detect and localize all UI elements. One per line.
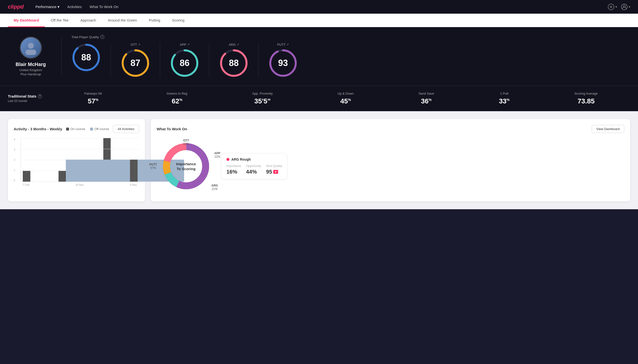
stat-greens-in-reg: Greens In Reg 62%: [167, 92, 187, 105]
arg-opportunity-label: Opportunity: [246, 164, 261, 168]
wtwo-title: What To Work On: [157, 127, 592, 131]
player-name: Blair McHarg: [16, 62, 46, 67]
svg-point-4: [623, 5, 625, 7]
donut-center: Importance To Scoring: [176, 162, 196, 171]
scores-grid: 88 OTT ↗ 87 AP: [72, 43, 630, 78]
scores-section: Total Player Quality ? 88 OTT ↗: [62, 35, 630, 78]
avatar-image: [21, 38, 41, 58]
stat-fairways-hit: Fairways Hit 57%: [84, 92, 102, 105]
ring-ott: 87: [121, 48, 150, 78]
arg-shot-quality: Shot Quality 95 ▼: [266, 164, 282, 175]
stat-sand-save-label: Sand Save: [418, 92, 434, 95]
nav-what-to-work-on[interactable]: What To Work On: [90, 5, 118, 9]
ring-app: 86: [170, 48, 199, 78]
stat-scoring-avg: Scoring Average 73.85: [574, 92, 598, 105]
tab-approach[interactable]: Approach: [74, 14, 102, 27]
app-arrow-icon: ↗: [187, 43, 189, 46]
score-putt: PUTT ↗ 93: [259, 43, 308, 78]
score-app: APP ↗ 86: [160, 43, 209, 78]
score-arg: ARG ↗ 88: [209, 43, 259, 78]
stat-app-proximity: App. Proximity 35'5": [252, 92, 273, 105]
y-label-2: 2: [14, 158, 15, 161]
arg-opportunity-value: 44%: [246, 169, 261, 175]
bottom-section: Activity - 3 Months - Weekly On course O…: [0, 111, 638, 209]
info-icon[interactable]: ?: [100, 35, 104, 39]
stat-greens-in-reg-label: Greens In Reg: [167, 92, 187, 95]
on-course-legend-dot: [66, 128, 69, 130]
stat-1-putt-value: 33%: [499, 97, 510, 105]
app-logo[interactable]: clippd: [8, 4, 24, 10]
stat-up-and-down-value: 45%: [340, 97, 351, 105]
y-label-1: 1: [14, 169, 15, 172]
arg-importance-label: Importance: [227, 164, 241, 168]
user-chevron: ▾: [629, 5, 630, 8]
wtwo-body: Importance To Scoring OTT 10% APP 12% AR…: [157, 137, 624, 196]
legend-off-course: Off course: [90, 127, 109, 131]
x-label-7feb: 7 Feb: [23, 183, 29, 186]
traditional-stats-section: Traditional Stats ? Last 20 rounds Fairw…: [0, 86, 638, 111]
stat-1-putt: 1 Putt 33%: [499, 92, 510, 105]
score-overall: 88: [72, 43, 111, 78]
arg-dot: [227, 158, 230, 161]
tab-off-the-tee[interactable]: Off the Tee: [45, 14, 74, 27]
arg-card-title: ARG Rough: [227, 158, 282, 161]
tab-my-dashboard[interactable]: My Dashboard: [8, 14, 45, 27]
chart-area: 4 3 2 1 0: [14, 138, 139, 187]
x-label-9may: 9 May: [130, 183, 137, 186]
stat-fairways-hit-value: 57%: [88, 97, 98, 105]
shot-quality-badge: ▼: [273, 170, 278, 174]
player-handicap: Plus Handicap: [21, 72, 41, 76]
arg-opportunity: Opportunity 44%: [246, 164, 261, 175]
ott-label: OTT ↗: [131, 43, 140, 46]
stat-scoring-avg-value: 73.85: [577, 97, 595, 105]
stat-up-and-down: Up & Down 45%: [338, 92, 354, 105]
score-ott-value: 87: [130, 58, 140, 68]
app-label: APP ↗: [180, 43, 189, 46]
stat-scoring-avg-label: Scoring Average: [574, 92, 598, 95]
activity-chart-card: Activity - 3 Months - Weekly On course O…: [8, 119, 145, 202]
ott-arrow-icon: ↗: [138, 43, 140, 46]
x-axis-labels: 7 Feb 28 Mar 9 May: [14, 182, 139, 186]
tab-bar: My Dashboard Off the Tee Approach Around…: [0, 14, 638, 27]
score-ott: OTT ↗ 87: [111, 43, 160, 78]
tab-scoring[interactable]: Scoring: [166, 14, 190, 27]
score-putt-value: 93: [278, 58, 288, 68]
donut-label-putt: PUTT 57%: [149, 163, 157, 170]
add-button[interactable]: ▾: [608, 4, 617, 10]
off-course-legend-dot: [90, 128, 93, 130]
y-label-3: 3: [14, 148, 15, 151]
nav-performance[interactable]: Performance ▾: [36, 5, 60, 9]
donut-label-app: APP 12%: [214, 152, 220, 158]
chart-header: Activity - 3 Months - Weekly On course O…: [14, 125, 139, 133]
chart-title: Activity - 3 Months - Weekly: [14, 127, 66, 131]
top-navigation: clippd Performance ▾ Activities What To …: [0, 0, 638, 14]
nav-activities[interactable]: Activities: [67, 5, 82, 9]
ring-overall: 88: [72, 43, 101, 72]
y-label-4: 4: [14, 138, 15, 141]
trad-info-icon[interactable]: ?: [38, 94, 42, 98]
tab-putting[interactable]: Putting: [143, 14, 166, 27]
score-app-value: 86: [180, 58, 189, 68]
x-label-28mar: 28 Mar: [75, 183, 84, 186]
svg-rect-6: [26, 50, 36, 55]
arg-importance: Importance 16%: [227, 164, 241, 175]
stat-greens-in-reg-value: 62%: [172, 97, 182, 105]
arg-label: ARG ↗: [229, 43, 239, 46]
stat-up-and-down-label: Up & Down: [338, 92, 354, 95]
view-dashboard-button[interactable]: View Dashboard: [592, 125, 624, 133]
ring-putt: 93: [268, 48, 298, 78]
all-activities-button[interactable]: All Activities: [113, 125, 139, 133]
hero-section: Blair McHarg United Kingdom Plus Handica…: [0, 27, 638, 86]
trad-stats-sublabel: Last 20 rounds: [8, 99, 52, 103]
chevron-down-icon: ▾: [58, 5, 60, 9]
arg-shot-quality-value: 95 ▼: [266, 169, 282, 175]
trad-stats-title: Traditional Stats ?: [8, 94, 52, 98]
tab-around-the-green[interactable]: Around the Green: [102, 14, 143, 27]
wtwo-header: What To Work On View Dashboard: [157, 125, 624, 133]
donut-label-ott: OTT 10%: [183, 139, 189, 146]
arg-detail-card: ARG Rough Importance 16% Opportunity 44%…: [221, 153, 287, 179]
arg-metrics: Importance 16% Opportunity 44% Shot Qual…: [227, 164, 282, 175]
svg-point-3: [621, 4, 627, 10]
player-info: Blair McHarg United Kingdom Plus Handica…: [8, 37, 62, 76]
user-menu[interactable]: ▾: [621, 4, 630, 10]
